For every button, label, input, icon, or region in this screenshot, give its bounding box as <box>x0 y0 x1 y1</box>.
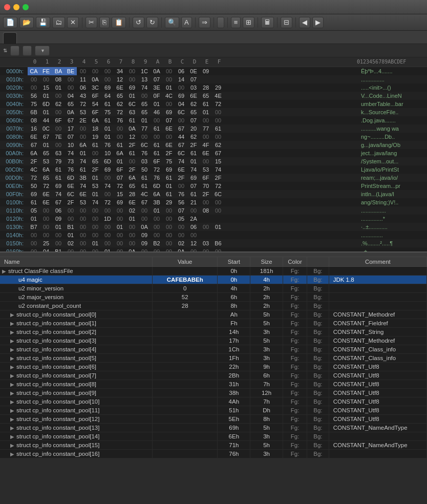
hex-byte[interactable]: 05 <box>28 206 40 215</box>
expand-arrow-icon[interactable]: ▶ <box>10 312 14 318</box>
hex-byte[interactable]: 00 <box>187 231 200 239</box>
hex-row[interactable]: 0060h:08446F672E6A61766101000700070000.D… <box>0 116 427 124</box>
hex-byte[interactable]: 00 <box>175 231 187 239</box>
hex-byte[interactable]: 67 <box>138 198 151 206</box>
hex-byte[interactable]: 69 <box>114 198 126 206</box>
table-row[interactable]: ▶struct cp_info constant_pool[3]17h5hFg:… <box>0 337 427 345</box>
hex-byte[interactable]: 02 <box>175 239 187 247</box>
hex-byte[interactable]: 61 <box>52 165 65 174</box>
hex-byte[interactable]: 6E <box>200 149 212 157</box>
close-button[interactable] <box>4 4 10 10</box>
hex-byte[interactable]: 00 <box>89 149 101 157</box>
hex-byte[interactable]: 74 <box>175 157 187 165</box>
hex-byte[interactable]: 6C <box>65 190 77 198</box>
hex-byte[interactable]: 76 <box>151 174 163 182</box>
hex-byte[interactable]: 74 <box>77 182 89 190</box>
hex-byte[interactable]: BE <box>65 67 77 75</box>
hex-byte[interactable]: 00 <box>163 206 175 215</box>
hex-byte[interactable]: 50 <box>28 182 40 190</box>
hex-byte[interactable]: 2A <box>187 215 200 223</box>
hex-byte[interactable]: 65 <box>200 92 212 100</box>
hex-byte[interactable]: 53 <box>77 198 89 206</box>
hex-row[interactable]: 0030h:56010004436F646501000F4C696E654EV.… <box>0 92 427 100</box>
hex-byte[interactable]: 76 <box>175 190 187 198</box>
hex-byte[interactable]: 74 <box>77 157 89 165</box>
hex-byte[interactable]: 00 <box>65 83 77 92</box>
format1-button[interactable]: ≡ <box>231 17 241 28</box>
hex-byte[interactable]: 3B <box>151 198 163 206</box>
hex-byte[interactable]: 6D <box>101 157 114 165</box>
hex-byte[interactable]: 6D <box>65 174 77 182</box>
table-row[interactable]: ▶struct cp_info constant_pool[0]Ah5hFg:B… <box>0 310 427 319</box>
hex-byte[interactable]: 76 <box>65 165 77 174</box>
hex-byte[interactable]: 00 <box>40 75 52 83</box>
hex-byte[interactable]: 12 <box>187 239 200 247</box>
hex-byte[interactable]: 01 <box>151 100 163 108</box>
hex-byte[interactable]: 6E <box>175 165 187 174</box>
hex-byte[interactable]: 08 <box>28 116 40 124</box>
hex-byte[interactable]: 00 <box>101 206 114 215</box>
hex-row[interactable]: 0050h:6B01000A536F7572636546696C650100k.… <box>0 108 427 116</box>
hex-byte[interactable]: 61 <box>151 149 163 157</box>
bookmark-button[interactable]: ⇒ <box>199 17 210 28</box>
hex-row[interactable]: 0160h:0004B100000001000A0000000A000000..… <box>0 247 427 251</box>
hex-byte[interactable]: 01 <box>28 215 40 223</box>
hex-byte[interactable]: 01 <box>40 108 52 116</box>
expand-arrow-icon[interactable]: ▶ <box>10 347 14 352</box>
hex-byte[interactable]: 6F <box>200 174 212 182</box>
hex-byte[interactable]: 69 <box>187 174 200 182</box>
expand-arrow-icon[interactable]: ▶ <box>10 416 14 422</box>
hex-byte[interactable]: 00 <box>28 247 40 251</box>
compare-button[interactable]: ⊟ <box>281 17 292 28</box>
expand-arrow-icon[interactable]: ▶ <box>2 268 6 274</box>
hex-byte[interactable]: 00 <box>77 133 89 141</box>
expand-arrow-icon[interactable]: ▶ <box>10 338 14 344</box>
hex-byte[interactable]: 00 <box>28 231 40 239</box>
hex-byte[interactable]: 46 <box>151 108 163 116</box>
hex-byte[interactable]: 3B <box>77 174 89 182</box>
hex-byte[interactable]: 6E <box>114 83 126 92</box>
hex-byte[interactable]: 61 <box>114 141 126 149</box>
table-row[interactable]: u2 constant_pool_count288h2hFg:Bg: <box>0 302 427 310</box>
expand-arrow-icon[interactable]: ▶ <box>10 364 14 370</box>
hex-byte[interactable]: 69 <box>126 83 138 92</box>
hex-byte[interactable]: 6C <box>212 190 224 198</box>
hex-row[interactable]: 0090h:670100106A6176612F6C616E672F4F62g.… <box>0 141 427 149</box>
hex-byte[interactable]: 00 <box>126 231 138 239</box>
hex-byte[interactable]: 6E <box>187 92 200 100</box>
hex-byte[interactable]: 06 <box>187 223 200 231</box>
hex-byte[interactable]: B2 <box>151 239 163 247</box>
hex-byte[interactable]: 01 <box>163 83 175 92</box>
hex-byte[interactable]: 72 <box>77 100 89 108</box>
hex-byte[interactable]: 00 <box>200 133 212 141</box>
hex-byte[interactable]: 15 <box>114 190 126 198</box>
hex-byte[interactable]: 7E <box>52 133 65 141</box>
hex-byte[interactable]: 06 <box>52 206 65 215</box>
hex-byte[interactable]: 67 <box>65 116 77 124</box>
hex-byte[interactable]: 69 <box>52 182 65 190</box>
hex-byte[interactable]: 00 <box>52 231 65 239</box>
hex-row[interactable]: 0010h:00000800110A0012001307001407......… <box>0 75 427 83</box>
hex-byte[interactable]: BA <box>52 67 65 75</box>
hex-byte[interactable]: 73 <box>65 157 77 165</box>
hex-byte[interactable]: 00 <box>126 67 138 75</box>
hex-byte[interactable]: 01 <box>77 149 89 157</box>
forward-button[interactable]: ▶ <box>312 17 324 28</box>
hex-byte[interactable]: 01 <box>40 141 52 149</box>
hex-byte[interactable]: 2F <box>126 141 138 149</box>
hex-byte[interactable]: 50 <box>138 165 151 174</box>
run-template-btn[interactable]: ▼ <box>35 46 50 56</box>
hex-byte[interactable]: 00 <box>138 133 151 141</box>
hex-byte[interactable]: 00 <box>212 108 224 116</box>
hex-byte[interactable]: 61 <box>101 116 114 124</box>
hex-byte[interactable]: CA <box>28 67 40 75</box>
hex-byte[interactable]: 00 <box>212 247 224 251</box>
hex-byte[interactable]: 00 <box>114 231 126 239</box>
hex-byte[interactable]: 00 <box>101 223 114 231</box>
hex-byte[interactable]: 74 <box>52 190 65 198</box>
hex-byte[interactable]: 03 <box>200 239 212 247</box>
hex-byte[interactable]: 53 <box>77 108 89 116</box>
hex-byte[interactable]: 00 <box>175 116 187 124</box>
hex-byte[interactable]: 6C <box>175 149 187 157</box>
hex-byte[interactable]: 00 <box>28 239 40 247</box>
